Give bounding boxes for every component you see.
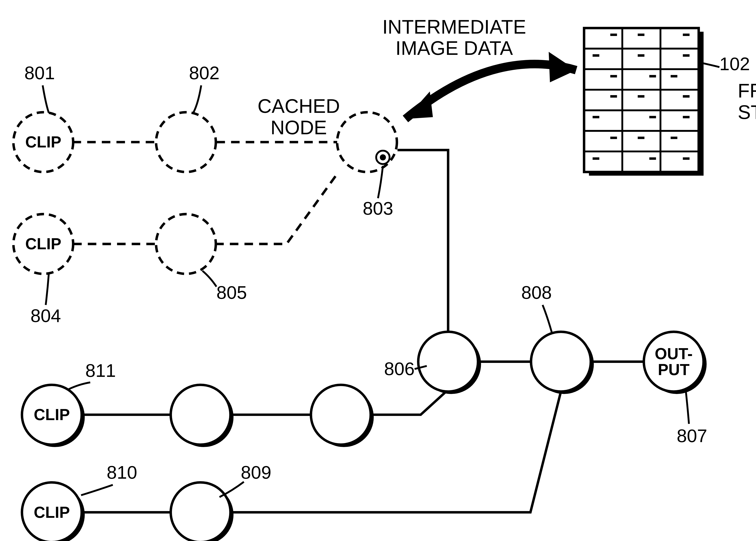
diagram-canvas: CLIP CLIP CLIP CLIP: [0, 0, 756, 541]
svg-marker-62: [405, 91, 433, 119]
ref-102: 102: [719, 54, 750, 74]
node-810-label: CLIP: [34, 503, 70, 521]
node-807-output: OUT- PUT: [644, 332, 707, 394]
ref-810: 810: [107, 462, 137, 483]
ref-807: 807: [677, 426, 707, 446]
svg-point-20: [311, 385, 371, 445]
label-intermediate-2: IMAGE DATA: [396, 37, 513, 59]
label-cached-2: NODE: [271, 117, 327, 138]
ref-801: 801: [24, 63, 55, 83]
node-804-clip: CLIP: [13, 214, 73, 274]
node-807-label1: OUT-: [655, 345, 693, 362]
svg-point-9: [156, 112, 216, 172]
node-811-clip: CLIP: [22, 385, 85, 447]
node-802: [156, 112, 216, 172]
label-cached-1: CACHED: [258, 95, 340, 117]
ref-802: 802: [189, 63, 219, 83]
ref-809: 809: [241, 462, 271, 483]
svg-point-14: [156, 214, 216, 274]
svg-rect-32: [584, 28, 699, 172]
ref-804: 804: [30, 305, 61, 326]
svg-point-24: [171, 482, 230, 541]
node-808: [531, 332, 594, 394]
frame-store: [584, 28, 703, 176]
ref-808: 808: [521, 282, 552, 303]
node-803-cached: [337, 112, 397, 172]
node-801-clip: CLIP: [13, 112, 73, 172]
node-807-label2: PUT: [658, 361, 690, 378]
ref-806: 806: [384, 358, 414, 379]
node-809: [171, 482, 234, 541]
node-810-clip: CLIP: [22, 482, 85, 541]
node-804-label: CLIP: [25, 235, 61, 253]
ref-805: 805: [216, 282, 247, 303]
label-frame-store-2: STORE: [738, 101, 756, 123]
node-806: [418, 332, 481, 394]
svg-point-26: [418, 332, 478, 392]
ref-803: 803: [363, 198, 393, 219]
node-mid-a: [171, 385, 234, 447]
node-811-label: CLIP: [34, 406, 70, 423]
svg-point-18: [171, 385, 230, 445]
node-mid-b: [311, 385, 374, 447]
label-frame-store-1: FRAME: [738, 80, 756, 102]
intermediate-arrow: [405, 52, 576, 119]
svg-point-12: [380, 154, 386, 161]
node-801-label: CLIP: [25, 133, 61, 151]
label-intermediate-1: INTERMEDIATE: [382, 16, 526, 38]
node-805: [156, 214, 216, 274]
svg-point-28: [531, 332, 591, 392]
ref-811: 811: [85, 360, 116, 381]
